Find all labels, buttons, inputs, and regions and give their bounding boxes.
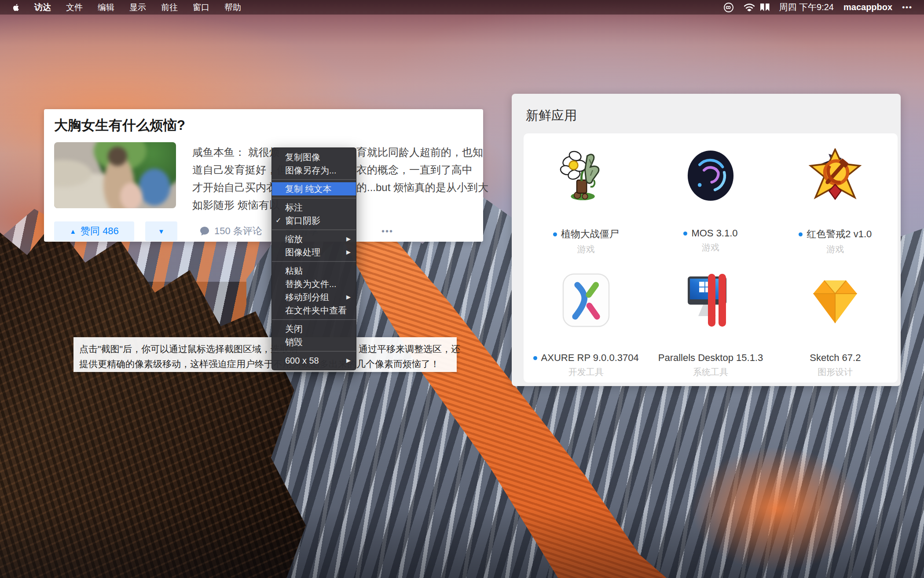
app-category: 开发工具 xyxy=(568,366,604,378)
menu-item-zoom[interactable]: 缩放▶ xyxy=(272,232,356,246)
menu-separator xyxy=(272,179,356,180)
menu-item-close[interactable]: 关闭 xyxy=(272,322,356,335)
menu-item-copy-image[interactable]: 复制图像 xyxy=(272,151,356,164)
app-category: 图形设计 xyxy=(818,366,853,378)
menu-separator xyxy=(272,229,356,230)
app-cell-red-alert[interactable]: 红色警戒2 v1.0 游戏 xyxy=(773,133,898,258)
more-dots-icon[interactable]: ••• xyxy=(902,3,913,12)
sketch-icon xyxy=(808,273,862,328)
upvote-button[interactable]: ▲ 赞同 486 xyxy=(54,221,134,241)
downvote-icon: ▼ xyxy=(158,228,165,235)
app-category: 游戏 xyxy=(702,242,719,254)
comments-button[interactable]: 150 条评论 xyxy=(199,225,262,238)
desktop: 访达 文件 编辑 显示 前往 窗口 帮助 周四 下午9:24 xyxy=(0,0,924,578)
app-category: 系统工具 xyxy=(693,366,728,378)
menu-item-move-to-group[interactable]: 移动到分组▶ xyxy=(272,291,356,304)
menu-separator xyxy=(272,319,356,320)
menu-separator xyxy=(272,261,356,262)
app-name: 红色警戒2 v1.0 xyxy=(807,228,872,241)
app-cell-mos[interactable]: MOS 3.1.0 游戏 xyxy=(648,133,773,258)
apple-icon[interactable] xyxy=(12,3,19,12)
menubar-clock[interactable]: 周四 下午9:24 xyxy=(779,1,834,13)
check-icon: ✓ xyxy=(275,214,281,227)
new-dot xyxy=(683,232,687,236)
menubar-menu-view[interactable]: 显示 xyxy=(129,2,146,13)
downvote-button[interactable]: ▼ xyxy=(145,221,177,241)
menu-item-annotate[interactable]: 标注 xyxy=(272,201,356,214)
app-cell-pvz[interactable]: 植物大战僵尸 游戏 xyxy=(524,133,648,258)
app-category: 游戏 xyxy=(577,243,595,255)
fresh-apps-panel: 新鲜应用 xyxy=(512,94,901,386)
wifi-icon[interactable] xyxy=(744,3,751,12)
menubar-menu-window[interactable]: 窗口 xyxy=(193,2,209,13)
app-cell-axure[interactable]: AXURE RP 9.0.0.3704 开发工具 xyxy=(524,258,648,383)
menu-item-destroy[interactable]: 销毁 xyxy=(272,335,356,349)
creative-cloud-icon[interactable] xyxy=(723,2,734,13)
menu-item-save-image-as[interactable]: 图像另存为... xyxy=(272,164,356,177)
apps-grid: 植物大战僵尸 游戏 MOS 3.1.0 游戏 xyxy=(524,133,898,383)
new-dot xyxy=(553,232,557,236)
context-menu: 复制图像 图像另存为... 复制 纯文本 标注 ✓窗口阴影 缩放▶ 图像处理▶ … xyxy=(271,147,356,370)
menubar-menu-finder[interactable]: 访达 xyxy=(34,2,51,13)
menu-item-show-in-folder[interactable]: 在文件夹中查看 xyxy=(272,304,356,317)
parallels-icon xyxy=(683,273,738,328)
pvz-icon xyxy=(559,148,613,203)
post-action-bar: ▲ 赞同 486 ▼ 150 条评论 分享 ••• xyxy=(54,221,473,241)
bookmark-flags-icon[interactable] xyxy=(760,4,770,11)
menu-item-window-shadow[interactable]: ✓窗口阴影 xyxy=(272,214,356,227)
post-card: 大胸女生有什么烦恼? 咸鱼本鱼： 就很烦育就比同龄人超前的，也知 道自己发育挺好… xyxy=(44,109,483,242)
app-cell-sketch[interactable]: Sketch 67.2 图形设计 xyxy=(773,258,898,383)
menubar-menu-file[interactable]: 文件 xyxy=(66,2,83,13)
app-name: Sketch 67.2 xyxy=(810,352,861,364)
menu-item-paste[interactable]: 粘贴 xyxy=(272,264,356,277)
menubar-status-area: 周四 下午9:24 macappbox ••• xyxy=(723,1,924,13)
menubar-menu-edit[interactable]: 编辑 xyxy=(98,2,114,13)
app-cell-parallels[interactable]: Parallels Desktop 15.1.3 系统工具 xyxy=(648,258,773,383)
app-name: 植物大战僵尸 xyxy=(561,228,619,241)
menubar-left: 访达 文件 编辑 显示 前往 窗口 帮助 xyxy=(0,2,723,13)
tip-banner: 点击"截图"后，你可以通过鼠标选择截图区域，选取后通过平移来调整选区，还 提供更… xyxy=(73,337,457,372)
menubar-menu-go[interactable]: 前往 xyxy=(161,2,178,13)
comment-icon xyxy=(199,226,210,236)
post-title: 大胸女生有什么烦恼? xyxy=(54,116,185,135)
submenu-arrow-icon: ▶ xyxy=(346,232,351,246)
axure-icon xyxy=(559,273,613,328)
menu-item-replace-with-file[interactable]: 替换为文件... xyxy=(272,277,356,291)
app-name: Parallels Desktop 15.1.3 xyxy=(658,352,763,364)
menu-separator xyxy=(272,198,356,199)
submenu-arrow-icon: ▶ xyxy=(346,291,351,304)
menu-item-size-600x58[interactable]: 600 x 58▶ xyxy=(272,354,356,367)
panel-title: 新鲜应用 xyxy=(526,107,577,125)
submenu-arrow-icon: ▶ xyxy=(346,354,351,367)
menubar-menu-help[interactable]: 帮助 xyxy=(224,2,241,13)
wallpaper-vignette xyxy=(0,508,924,578)
app-name: AXURE RP 9.0.0.3704 xyxy=(541,352,639,364)
submenu-arrow-icon: ▶ xyxy=(346,246,351,259)
menubar: 访达 文件 编辑 显示 前往 窗口 帮助 周四 下午9:24 xyxy=(0,0,924,15)
red-alert-icon xyxy=(808,148,862,203)
post-more-button[interactable]: ••• xyxy=(381,221,393,241)
menu-separator xyxy=(272,351,356,352)
new-dot xyxy=(533,356,537,360)
app-name: MOS 3.1.0 xyxy=(691,228,737,239)
mos-icon xyxy=(683,148,738,203)
menubar-app-name[interactable]: macappbox xyxy=(843,2,892,12)
post-thumbnail-image xyxy=(54,142,176,208)
upvote-icon: ▲ xyxy=(70,228,76,235)
app-category: 游戏 xyxy=(826,243,844,255)
menu-item-image-processing[interactable]: 图像处理▶ xyxy=(272,246,356,259)
menu-item-copy-plain-text[interactable]: 复制 纯文本 xyxy=(272,182,356,195)
new-dot xyxy=(799,232,803,236)
